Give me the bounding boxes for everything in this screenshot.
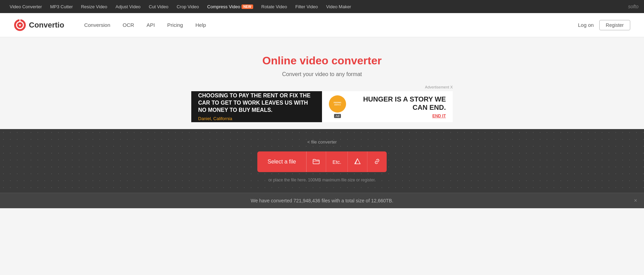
logo-text: Convertio (29, 21, 64, 30)
toolbar-crop-video[interactable]: Crop Video (172, 0, 203, 13)
login-link[interactable]: Log on (578, 22, 594, 28)
ad-right-content: HUNGER IS A STORY WE CAN END. END IT (352, 95, 446, 118)
google-drive-icon (354, 158, 361, 166)
select-file-button[interactable]: Select a file (257, 151, 307, 172)
hero-subtitle: Convert your video to any format (7, 71, 637, 77)
ad-main-text: CHOOSING TO PAY THE RENT OR FIX THE CAR … (198, 92, 315, 114)
converter-label: < file converter (191, 139, 453, 145)
toolbar-compress-video[interactable]: Compress Video NEW (203, 0, 257, 13)
logo-link[interactable]: Convertio (14, 19, 64, 31)
ad-container: Advertisement X CHOOSING TO PAY THE RENT… (0, 84, 644, 129)
nav-pricing[interactable]: Pricing (161, 13, 189, 37)
end-it-link: END IT (432, 114, 446, 118)
upload-button-row: Select a file Etc. (191, 151, 453, 172)
folder-icon (313, 158, 320, 166)
new-badge: NEW (242, 4, 253, 9)
nav-api[interactable]: API (140, 13, 161, 37)
ad-right: FEEDING AMERICA Ad HUNGER IS A STORY WE … (322, 91, 453, 122)
select-file-label: Select a file (268, 159, 296, 165)
brand-softo: softo (628, 4, 638, 9)
toolbar-rotate-video[interactable]: Rotate Video (257, 0, 291, 13)
ad-sub-text: Daniel, California (198, 116, 315, 121)
ad-badge: Ad (334, 114, 341, 118)
hero-title: Online video converter (7, 54, 637, 67)
link-button[interactable] (367, 151, 387, 172)
toolbar-filter-video[interactable]: Filter Video (291, 0, 322, 13)
feeding-america-logo: FEEDING AMERICA (329, 95, 346, 113)
etc-button[interactable]: Etc. (326, 151, 348, 172)
upload-extras: Etc. (306, 151, 387, 172)
converter-box: < file converter Select a file Etc. (191, 139, 453, 182)
toolbar-resize-video[interactable]: Resize Video (77, 0, 111, 13)
toolbar-video-converter[interactable]: Video Converter (6, 0, 46, 13)
top-toolbar: Video Converter MP3 Cutter Resize Video … (0, 0, 644, 13)
main-nav: Convertio Conversion OCR API Pricing Hel… (0, 13, 644, 37)
etc-label: Etc. (332, 159, 341, 165)
browse-folder-button[interactable] (307, 151, 326, 172)
logo-icon (14, 19, 26, 31)
converter-section: < file converter Select a file Etc. (0, 129, 644, 193)
svg-text:AMERICA: AMERICA (334, 104, 341, 106)
toolbar-video-maker[interactable]: Video Maker (322, 0, 355, 13)
nav-ocr[interactable]: OCR (117, 13, 140, 37)
stats-bar: We have converted 721,948,436 files with… (0, 193, 644, 208)
register-button[interactable]: Register (599, 20, 630, 30)
toolbar-mp3-cutter[interactable]: MP3 Cutter (46, 0, 77, 13)
ad-logo-area: FEEDING AMERICA Ad (329, 95, 346, 118)
nav-links: Conversion OCR API Pricing Help (78, 13, 578, 37)
nav-conversion[interactable]: Conversion (78, 13, 117, 37)
ad-banner[interactable]: CHOOSING TO PAY THE RENT OR FIX THE CAR … (191, 91, 453, 122)
hero-section: Online video converter Convert your vide… (0, 37, 644, 84)
google-drive-button[interactable] (348, 151, 367, 172)
ad-left: CHOOSING TO PAY THE RENT OR FIX THE CAR … (191, 91, 322, 122)
svg-text:FEEDING: FEEDING (334, 102, 341, 104)
drop-hint: or place the file here. 100MB maximum fi… (191, 178, 453, 182)
hunger-text: HUNGER IS A STORY WE CAN END. (352, 95, 446, 112)
stats-text: We have converted 721,948,436 files with… (251, 198, 394, 203)
svg-line-9 (355, 159, 357, 164)
link-icon (374, 158, 380, 166)
toolbar-adjust-video[interactable]: Adjust Video (111, 0, 145, 13)
toolbar-cut-video[interactable]: Cut Video (145, 0, 173, 13)
stats-close-button[interactable]: × (634, 198, 637, 204)
ad-label: Advertisement X (425, 85, 453, 89)
nav-auth: Log on Register (578, 20, 630, 30)
nav-help[interactable]: Help (189, 13, 212, 37)
